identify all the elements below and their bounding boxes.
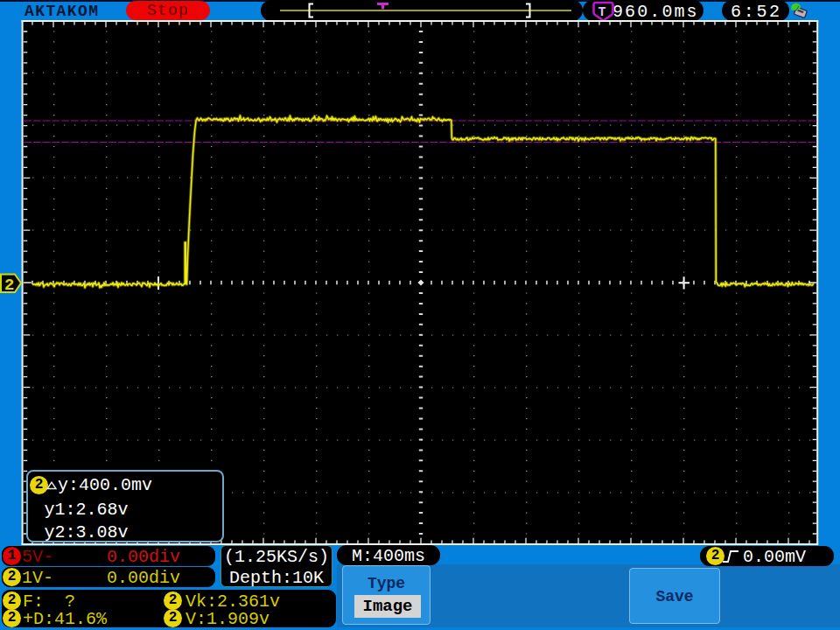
svg-text:2: 2: [4, 276, 14, 295]
